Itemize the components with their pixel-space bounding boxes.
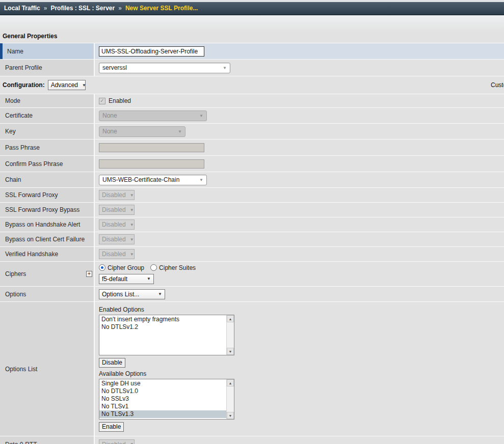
ssl-forward-proxy-bypass-select: Disabled ▼ (99, 205, 135, 215)
list-item-selected[interactable]: No TLSv1.3 (99, 410, 226, 418)
options-list-value-cell: Enabled Options Don't insert empty fragm… (95, 302, 504, 436)
list-item[interactable]: No TLSv1 (99, 403, 226, 410)
data-0rtt-select: Disabled ▼ (99, 439, 135, 444)
breadcrumb-local-traffic[interactable]: Local Traffic (4, 5, 40, 12)
list-item[interactable]: No SSLv3 (99, 395, 226, 403)
scroll-up-icon[interactable]: ▲ (227, 379, 234, 386)
bypass-on-handshake-alert-row: Bypass on Handshake Alert Disabled ▼ (0, 217, 504, 232)
options-value-cell: Options List... ▼ (95, 287, 504, 301)
key-label-cell: Key (0, 124, 95, 139)
chain-label-cell: Chain (0, 172, 95, 187)
chevron-down-icon: ▼ (130, 442, 134, 444)
enable-button[interactable]: Enable (99, 422, 124, 432)
key-select: None ▼ (99, 126, 185, 137)
breadcrumb-profiles-ssl-server[interactable]: Profiles : SSL : Server (50, 5, 115, 12)
certificate-value-cell: None ▼ (95, 108, 504, 123)
certificate-row: Certificate None ▼ (0, 108, 504, 124)
available-options-listbox[interactable]: Single DH use No DTLSv1.0 No SSLv3 No TL… (99, 379, 234, 420)
cipher-group-radio-label: Cipher Group (108, 264, 144, 271)
cipher-group-radio[interactable] (99, 264, 105, 271)
configuration-bar: Configuration: Advanced ▼ Custom (0, 76, 504, 94)
options-label: Options (5, 291, 26, 298)
chain-selected-value: UMS-WEB-Certificate-Chain (102, 176, 179, 183)
name-label: Name (7, 48, 23, 55)
chain-value-cell: UMS-WEB-Certificate-Chain ▼ (95, 172, 504, 187)
chevron-down-icon: ▼ (130, 223, 134, 227)
chevron-down-icon: ▼ (158, 292, 162, 296)
ssl-forward-proxy-value: Disabled (102, 191, 126, 199)
mode-label-cell: Mode (0, 94, 95, 107)
pass-phrase-input (99, 143, 204, 152)
general-properties-title: General Properties (0, 32, 504, 43)
chevron-down-icon: ▼ (147, 276, 151, 281)
chevron-down-icon: ▼ (130, 252, 134, 257)
parent-profile-selected-value: serverssl (102, 64, 127, 71)
ciphers-expand-button[interactable]: + (86, 271, 92, 277)
key-value-cell: None ▼ (95, 124, 504, 139)
list-item[interactable]: No DTLSv1.0 (99, 387, 226, 395)
ssl-forward-proxy-bypass-value-cell: Disabled ▼ (95, 203, 504, 217)
name-row: Name (0, 43, 504, 60)
ssl-forward-proxy-bypass-row: SSL Forward Proxy Bypass Disabled ▼ (0, 203, 504, 217)
data-0rtt-row: Data 0-RTT Disabled ▼ (0, 436, 504, 444)
confirm-pass-phrase-input (99, 159, 204, 169)
chain-row: Chain UMS-WEB-Certificate-Chain ▼ (0, 172, 504, 188)
mode-checkbox-label: Enabled (109, 97, 131, 104)
verified-handshake-value: Disabled (102, 251, 126, 258)
pass-phrase-value-cell (95, 140, 504, 155)
configuration-mode-select[interactable]: Advanced ▼ (48, 80, 86, 90)
chain-label: Chain (5, 176, 21, 183)
scrollbar[interactable]: ▲ ▼ (226, 315, 234, 355)
bypass-on-client-cert-failure-value-cell: Disabled ▼ (95, 232, 504, 246)
chain-select[interactable]: UMS-WEB-Certificate-Chain ▼ (99, 175, 207, 185)
data-0rtt-label: Data 0-RTT (5, 441, 37, 444)
bypass-on-handshake-alert-label: Bypass on Handshake Alert (5, 221, 80, 228)
ciphers-label: Ciphers (5, 270, 26, 277)
available-options-title: Available Options (99, 370, 146, 377)
breadcrumb-current-page: New Server SSL Profile... (125, 5, 198, 12)
cipher-group-select[interactable]: f5-default ▼ (99, 274, 154, 284)
scrollbar[interactable]: ▲ ▼ (226, 379, 234, 419)
enabled-options-title: Enabled Options (99, 306, 144, 313)
bypass-on-client-cert-failure-select: Disabled ▼ (99, 234, 135, 244)
confirm-pass-phrase-row: Confirm Pass Phrase (0, 156, 504, 172)
verified-handshake-select: Disabled ▼ (99, 249, 135, 259)
ssl-forward-proxy-bypass-label-cell: SSL Forward Proxy Bypass (0, 203, 95, 217)
parent-profile-label-cell: Parent Profile (0, 60, 95, 76)
scroll-down-icon[interactable]: ▼ (227, 348, 234, 355)
list-item[interactable]: Don't insert empty fragments (99, 316, 226, 323)
bypass-on-client-cert-failure-label-cell: Bypass on Client Cert Failure (0, 232, 95, 246)
options-select[interactable]: Options List... ▼ (99, 289, 165, 299)
ciphers-value-cell: Cipher Group Cipher Suites f5-default ▼ (95, 262, 504, 286)
ssl-forward-proxy-label-cell: SSL Forward Proxy (0, 188, 95, 202)
chevron-down-icon: ▼ (178, 129, 182, 134)
mode-label: Mode (5, 97, 20, 104)
options-list-row: Options List Enabled Options Don't inser… (0, 302, 504, 436)
list-item[interactable]: No DTLSv1.2 (99, 323, 226, 331)
bypass-on-handshake-alert-value-cell: Disabled ▼ (95, 217, 504, 232)
parent-profile-label: Parent Profile (5, 64, 42, 71)
disable-button[interactable]: Disable (99, 358, 125, 368)
mode-row: Mode ✓ Enabled (0, 94, 504, 108)
scroll-up-icon[interactable]: ▲ (227, 315, 234, 322)
list-item[interactable]: Single DH use (99, 380, 226, 387)
options-selected-value: Options List... (102, 291, 139, 298)
enabled-options-listbox[interactable]: Don't insert empty fragments No DTLSv1.2… (99, 315, 234, 355)
general-properties-table: Name Parent Profile serverssl ▼ (0, 43, 504, 76)
ssl-forward-proxy-label: SSL Forward Proxy (5, 191, 58, 199)
configuration-mode-value: Advanced (51, 81, 78, 89)
verified-handshake-label-cell: Verified Handshake (0, 247, 95, 261)
cipher-suites-radio[interactable] (150, 264, 157, 271)
subheader-band (0, 15, 504, 32)
parent-profile-select[interactable]: serverssl ▼ (99, 63, 230, 73)
name-input[interactable] (99, 46, 204, 57)
configuration-table: Mode ✓ Enabled Certificate None ▼ Key No… (0, 94, 504, 444)
chevron-down-icon: ▼ (223, 66, 227, 70)
options-label-cell: Options (0, 287, 95, 301)
ssl-forward-proxy-row: SSL Forward Proxy Disabled ▼ (0, 188, 504, 203)
mode-enabled-checkbox: ✓ (99, 98, 105, 104)
mode-value-cell: ✓ Enabled (95, 94, 504, 107)
scroll-down-icon[interactable]: ▼ (227, 412, 234, 419)
ciphers-label-cell: Ciphers + (0, 262, 95, 286)
pass-phrase-row: Pass Phrase (0, 140, 504, 156)
